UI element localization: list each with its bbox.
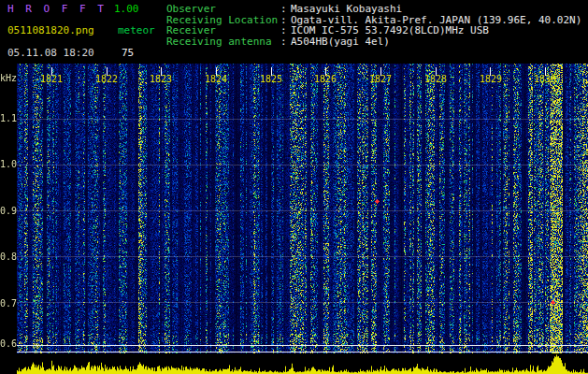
info-row-observer: Observer:Masayuki Kobayashi: [166, 4, 581, 15]
y-tick-label: 0.7: [0, 299, 16, 309]
output-filename: 0511081820.png: [7, 25, 94, 36]
y-tick-label: 1.0: [0, 160, 16, 169]
y-axis-unit: kHz: [0, 74, 16, 83]
x-tick-label: 1821: [36, 75, 66, 84]
info-colon: :: [280, 36, 291, 48]
x-tick-label: 1829: [476, 75, 506, 84]
info-label: Receiver: [166, 25, 280, 36]
x-tick-label: 1830: [530, 75, 560, 84]
x-tick-label: 1824: [201, 75, 231, 84]
info-row-antenna: Receiving antenna:A504HB(yagi 4el): [166, 36, 581, 48]
spectrogram-canvas: [17, 64, 588, 353]
info-label: Receiving antenna: [166, 36, 280, 48]
info-value: ICOM IC-575 53.7492(8LCD)MHz USB: [291, 25, 489, 36]
info-label: Observer: [166, 4, 280, 15]
x-tick-label: 1828: [421, 75, 451, 84]
x-tick-label: 1823: [146, 75, 176, 84]
x-tick-label: 1826: [310, 75, 340, 84]
mode-label: meteor: [118, 25, 155, 36]
station-info: Observer:Masayuki Kobayashi Receiving Lo…: [166, 4, 581, 47]
info-value: A504HB(yagi 4el): [291, 36, 390, 48]
y-tick-label: 1.1: [0, 114, 16, 123]
y-tick-label: 0.6: [0, 339, 16, 349]
datetime-label: 05.11.08 18:20: [7, 48, 94, 58]
y-tick-label: 0.9: [0, 207, 16, 216]
x-tick-label: 1822: [92, 75, 122, 84]
app-title: H R O F F T: [7, 4, 107, 14]
info-colon: :: [280, 4, 291, 15]
x-tick-label: 1825: [256, 75, 286, 84]
signal-level-canvas: [17, 353, 588, 374]
echo-count: 75: [122, 48, 134, 58]
info-colon: :: [280, 25, 291, 36]
info-row-receiver: Receiver:ICOM IC-575 53.7492(8LCD)MHz US…: [166, 25, 581, 36]
hrofft-window: H R O F F T 1.00 0511081820.png meteor 0…: [0, 0, 588, 374]
y-tick-label: 0.8: [0, 252, 16, 262]
info-value: Masayuki Kobayashi: [291, 4, 402, 15]
app-version: 1.00: [114, 4, 139, 14]
x-tick-label: 1827: [366, 75, 395, 84]
